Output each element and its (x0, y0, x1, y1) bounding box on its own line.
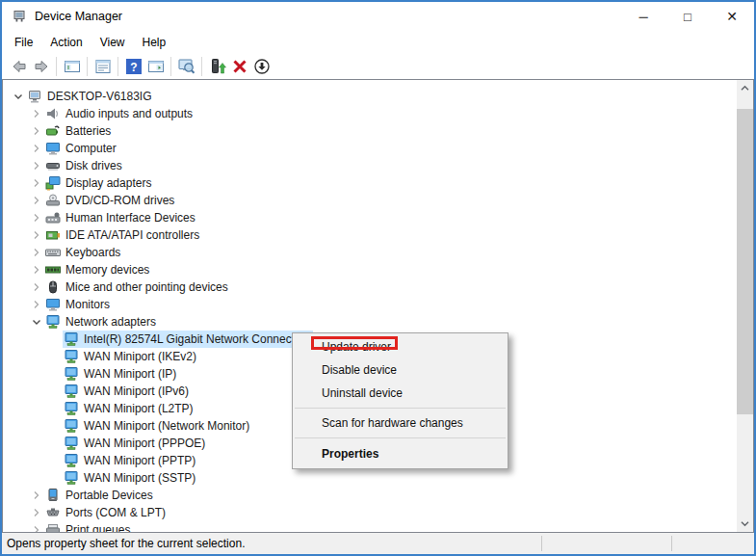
ide-icon (45, 227, 61, 243)
context-menu-separator (295, 408, 506, 409)
chevron-collapsed-icon[interactable] (29, 279, 44, 295)
tree-item-content: Display adapters (44, 174, 154, 192)
uninstall-device-button[interactable] (228, 56, 250, 77)
scrollbar-thumb[interactable] (737, 109, 753, 414)
menu-file[interactable]: File (6, 33, 41, 52)
tree-item-dvd-cd-rom-drives[interactable]: DVD/CD-ROM drives (3, 192, 737, 209)
scan-hardware-button[interactable] (175, 56, 197, 77)
tree-item-label: WAN Miniport (IKEv2) (84, 350, 196, 363)
speaker-icon (45, 106, 61, 121)
vertical-scrollbar[interactable] (737, 80, 753, 532)
context-menu-item-disable-device[interactable]: Disable device (293, 358, 508, 382)
tree-item-content: DVD/CD-ROM drives (44, 192, 177, 209)
menu-view[interactable]: View (91, 33, 134, 52)
chevron-collapsed-icon[interactable] (29, 227, 44, 243)
tree-item-memory-devices[interactable]: Memory devices (3, 261, 737, 278)
tree-item-label: Disk drives (65, 159, 122, 172)
chevron-collapsed-icon[interactable] (29, 141, 44, 156)
keyboard-icon (45, 245, 61, 260)
tree-item-label: Monitors (65, 298, 110, 311)
tree-item-audio-inputs-and-outputs[interactable]: Audio inputs and outputs (3, 105, 737, 122)
tree-item-content: Print queues (44, 521, 133, 532)
tree-item-label: Audio inputs and outputs (65, 107, 193, 120)
tree-item-wan-miniport-sstp[interactable]: WAN Miniport (SSTP) (3, 469, 737, 487)
tree-item-content: WAN Miniport (PPPOE) (63, 435, 208, 452)
menu-action[interactable]: Action (41, 33, 91, 52)
tree-item-display-adapters[interactable]: Display adapters (3, 174, 737, 192)
context-menu-item-properties[interactable]: Properties (293, 441, 508, 466)
tree-item-mice-and-other-pointing-devices[interactable]: Mice and other pointing devices (3, 278, 737, 296)
menu-help[interactable]: Help (134, 33, 175, 52)
close-button[interactable]: ✕ (710, 2, 754, 31)
chevron-expanded-icon[interactable] (11, 89, 26, 104)
minimize-button[interactable]: ─ (621, 2, 665, 31)
forward-button[interactable] (30, 56, 52, 77)
tree-item-label: Memory devices (65, 263, 149, 277)
tree-item-portable-devices[interactable]: Portable Devices (3, 487, 737, 504)
context-menu-separator (295, 437, 506, 438)
chevron-collapsed-icon[interactable] (29, 245, 44, 260)
network-icon (64, 366, 79, 382)
chevron-collapsed-icon[interactable] (29, 106, 44, 121)
svg-text:?: ? (130, 61, 137, 74)
network-icon (64, 401, 79, 416)
disk-icon (45, 158, 61, 173)
tree-item-network-adapters[interactable]: Network adapters (3, 313, 737, 331)
scrollbar-track[interactable] (737, 96, 753, 516)
tree-item-content: WAN Miniport (IKEv2) (63, 348, 199, 365)
scroll-up-button[interactable] (737, 80, 753, 96)
help-button[interactable]: ? (122, 56, 144, 77)
back-button[interactable] (8, 56, 30, 77)
chevron-collapsed-icon[interactable] (29, 123, 44, 139)
tree-item-monitors[interactable]: Monitors (3, 296, 737, 313)
tree-item-content: DESKTOP-V6183IG (26, 88, 155, 105)
tree-item-batteries[interactable]: Batteries (3, 122, 737, 140)
chevron-spacer (47, 349, 63, 364)
tree-item-keyboards[interactable]: Keyboards (3, 244, 737, 261)
chevron-collapsed-icon[interactable] (29, 158, 44, 173)
chevron-collapsed-icon[interactable] (29, 193, 44, 208)
chevron-collapsed-icon[interactable] (29, 262, 44, 278)
tree-item-content: WAN Miniport (SSTP) (63, 469, 198, 487)
chevron-collapsed-icon[interactable] (29, 210, 44, 225)
network-icon (64, 331, 79, 347)
tree-item-disk-drives[interactable]: Disk drives (3, 157, 737, 174)
context-menu-item-update-driver[interactable]: Update driver (293, 335, 508, 358)
disable-device-button[interactable] (250, 56, 273, 77)
update-driver-button[interactable] (206, 56, 228, 77)
scroll-down-button[interactable] (737, 516, 753, 532)
status-bar: Opens property sheet for the current sel… (2, 533, 754, 554)
context-menu-item-uninstall-device[interactable]: Uninstall device (293, 382, 508, 405)
device-manager-icon (12, 9, 27, 24)
tree-item-ide-ata-atapi-controllers[interactable]: IDE ATA/ATAPI controllers (3, 226, 737, 244)
tree-item-desktop-v6183ig[interactable]: DESKTOP-V6183IG (3, 88, 737, 105)
tree-item-content: Human Interface Devices (44, 209, 198, 226)
chevron-collapsed-icon[interactable] (29, 522, 44, 532)
chevron-collapsed-icon[interactable] (29, 297, 44, 312)
uninstall-device-icon (231, 58, 248, 75)
chevron-collapsed-icon[interactable] (29, 488, 44, 503)
tree-item-computer[interactable]: Computer (3, 140, 737, 157)
tree-item-ports-com-lpt[interactable]: Ports (COM & LPT) (3, 504, 737, 521)
tree-item-content: Portable Devices (44, 487, 156, 504)
console-tree-button[interactable] (61, 56, 83, 77)
tree-item-label: Ports (COM & LPT) (65, 506, 166, 519)
chevron-expanded-icon[interactable] (29, 314, 44, 330)
display-adapter-icon (45, 175, 61, 191)
chevron-collapsed-icon[interactable] (29, 175, 44, 191)
toolbar-separator (170, 57, 171, 76)
network-icon (64, 436, 79, 451)
tree-item-content: IDE ATA/ATAPI controllers (44, 226, 202, 244)
properties-button[interactable] (91, 56, 114, 77)
computer-icon (27, 89, 42, 104)
tree-item-label: WAN Miniport (PPPOE) (84, 437, 205, 450)
maximize-button[interactable]: □ (665, 2, 710, 31)
tree-item-human-interface-devices[interactable]: Human Interface Devices (3, 209, 737, 226)
tree-item-print-queues[interactable]: Print queues (3, 521, 737, 532)
action-pane-button[interactable] (144, 56, 167, 77)
tree-item-content: Disk drives (44, 157, 125, 174)
context-menu-item-scan-for-hardware-changes[interactable]: Scan for hardware changes (293, 411, 508, 435)
chevron-collapsed-icon[interactable] (29, 505, 44, 520)
tree-item-label: Batteries (65, 124, 111, 138)
forward-icon (33, 58, 50, 75)
